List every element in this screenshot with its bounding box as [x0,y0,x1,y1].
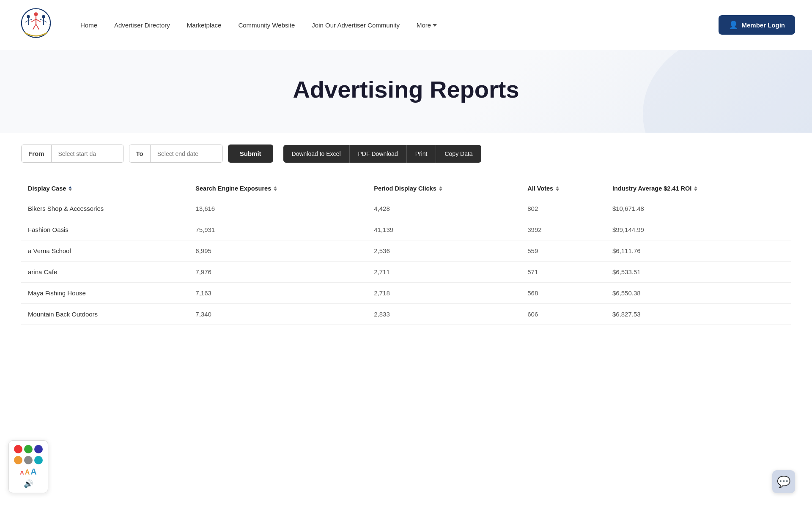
table-cell: a Verna School [21,240,189,262]
sort-up-icon [694,186,697,188]
table-cell: 4,428 [367,198,521,219]
sort-down-icon [694,189,697,191]
table-cell: 7,163 [189,283,367,304]
svg-line-5 [33,24,36,30]
table-cell: $99,144.99 [606,219,791,240]
table-row: Fashion Oasis75,93141,1393992$99,144.99 [21,219,791,240]
hero-section: Advertising Reports [0,50,812,133]
table-cell: $6,550.38 [606,283,791,304]
sort-up-icon [274,186,277,188]
to-label: To [129,145,151,162]
table-cell: 2,718 [367,283,521,304]
from-date-group: From [21,145,124,163]
table-cell: 7,340 [189,304,367,325]
sort-up-icon [556,186,559,188]
svg-line-10 [28,19,32,20]
member-icon: 👤 [729,20,738,30]
table-cell: 7,976 [189,262,367,283]
table-cell: 2,711 [367,262,521,283]
table-cell: 3992 [521,219,606,240]
table-cell: Mountain Back Outdoors [21,304,189,325]
table-section: Display Case Search Engine Exposures [0,175,812,342]
svg-point-7 [27,15,30,18]
sort-down-icon [69,189,72,191]
sort-icon-display-clicks [439,186,442,191]
table-cell: arina Cafe [21,262,189,283]
sort-down-icon [439,189,442,191]
svg-line-9 [25,20,28,22]
svg-point-11 [42,15,45,18]
table-cell: Maya Fishing House [21,283,189,304]
sort-up-icon [69,186,72,188]
table-body: Bikers Shop & Accessories13,6164,428802$… [21,198,791,325]
table-cell: $6,533.51 [606,262,791,283]
svg-line-4 [36,19,41,22]
table-header: Display Case Search Engine Exposures [21,179,791,198]
pdf-download-button[interactable]: PDF Download [349,145,406,163]
table-cell: 41,139 [367,219,521,240]
table-cell: Bikers Shop & Accessories [21,198,189,219]
from-date-input[interactable] [52,145,123,162]
report-table: Display Case Search Engine Exposures [21,179,791,325]
svg-line-13 [44,20,47,22]
from-label: From [22,145,52,162]
svg-line-3 [31,19,36,22]
table-cell: 559 [521,240,606,262]
sort-up-icon [439,186,442,188]
main-nav: Home Advertiser Directory Marketplace Co… [72,18,719,32]
table-row: a Verna School6,9952,536559$6,111.76 [21,240,791,262]
member-login-button[interactable]: 👤 Member Login [719,15,795,35]
to-date-input[interactable] [151,145,222,162]
table-cell: $6,827.53 [606,304,791,325]
th-search-engine-exposures[interactable]: Search Engine Exposures [189,179,367,198]
sort-icon-display-case [69,186,72,191]
table-cell: 6,995 [189,240,367,262]
table-cell: 2,536 [367,240,521,262]
nav-item-advertiser-directory[interactable]: Advertiser Directory [106,18,178,32]
chevron-down-icon [433,24,437,27]
table-row: Maya Fishing House7,1632,718568$6,550.38 [21,283,791,304]
svg-point-1 [34,12,38,16]
nav-item-marketplace[interactable]: Marketplace [178,18,230,32]
copy-data-button[interactable]: Copy Data [436,145,481,163]
th-display-case[interactable]: Display Case [21,179,189,198]
logo[interactable] [17,6,55,44]
table-row: arina Cafe7,9762,711571$6,533.51 [21,262,791,283]
svg-line-14 [40,19,44,20]
th-period-display-clicks[interactable]: Period Display Clicks [367,179,521,198]
th-industry-average-roi[interactable]: Industry Average $2.41 ROI [606,179,791,198]
action-buttons-group: Download to Excel PDF Download Print Cop… [283,145,481,163]
table-cell: 13,616 [189,198,367,219]
filter-bar: From To Submit Download to Excel PDF Dow… [0,133,812,175]
table-row: Bikers Shop & Accessories13,6164,428802$… [21,198,791,219]
nav-item-home[interactable]: Home [72,18,106,32]
logo-image [17,6,55,44]
table-cell: 802 [521,198,606,219]
nav-item-more[interactable]: More [408,18,445,32]
table-cell: 571 [521,262,606,283]
page-title: Advertising Reports [17,76,795,103]
th-all-votes[interactable]: All Votes [521,179,606,198]
table-cell: 75,931 [189,219,367,240]
sort-icon-search-exposures [274,186,277,191]
nav-item-community-website[interactable]: Community Website [230,18,303,32]
nav-item-join-advertiser-community[interactable]: Join Our Advertiser Community [303,18,408,32]
print-button[interactable]: Print [406,145,436,163]
to-date-group: To [129,145,223,163]
svg-line-6 [36,24,39,30]
table-cell: 2,833 [367,304,521,325]
table-cell: Fashion Oasis [21,219,189,240]
sort-down-icon [556,189,559,191]
table-header-row: Display Case Search Engine Exposures [21,179,791,198]
download-excel-button[interactable]: Download to Excel [283,145,349,163]
submit-button[interactable]: Submit [228,145,273,163]
sort-icon-all-votes [556,186,559,191]
table-cell: $6,111.76 [606,240,791,262]
table-cell: $10,671.48 [606,198,791,219]
table-row: Mountain Back Outdoors7,3402,833606$6,82… [21,304,791,325]
table-cell: 606 [521,304,606,325]
site-header: Home Advertiser Directory Marketplace Co… [0,0,812,50]
sort-icon-roi [694,186,697,191]
svg-point-15 [49,23,51,25]
sort-down-icon [274,189,277,191]
